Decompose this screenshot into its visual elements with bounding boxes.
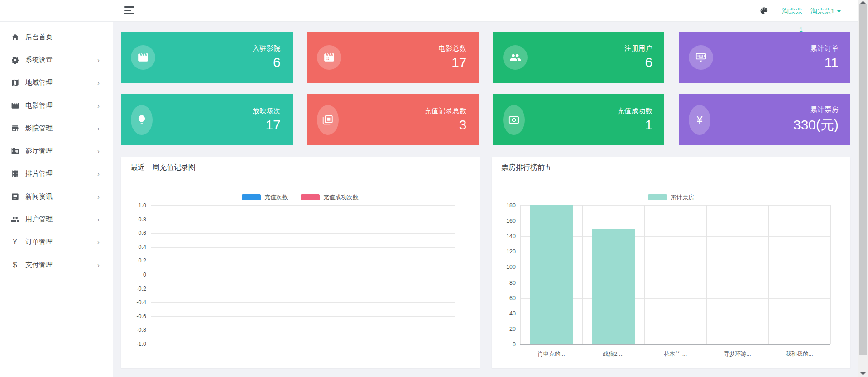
y-axis-label: 80 (494, 280, 516, 286)
y-axis-label: 140 (494, 233, 516, 239)
scroll-up-arrow-icon[interactable] (860, 1, 866, 4)
stat-card-label: 入驻影院 (253, 44, 281, 53)
y-axis-label: 0.4 (125, 244, 146, 250)
gridline (151, 316, 455, 317)
chart-panels: 最近一周充值记录图 充值次数充值成功次数1.00.80.60.40.20-0.2… (121, 157, 850, 368)
movie-icon (131, 45, 155, 70)
sidebar-item-news[interactable]: 新闻资讯 › (0, 185, 113, 208)
sidebar-item-map[interactable]: 地域管理 › (0, 72, 113, 94)
chevron-right-icon: › (97, 262, 100, 268)
x-axis-label: 花木兰 ... (644, 350, 706, 358)
user-menu[interactable]: 淘票票1 (810, 7, 841, 15)
theme-palette-icon[interactable] (759, 6, 768, 15)
users-icon (10, 215, 19, 224)
sidebar-item-label: 系统设置 (25, 56, 53, 64)
yen-icon: ¥ (689, 105, 710, 135)
gridline (151, 261, 455, 261)
users-icon (503, 45, 528, 70)
movie-filter-icon (317, 45, 341, 70)
y-axis-label: -0.4 (125, 299, 146, 305)
sidebar-item-users[interactable]: 用户管理 › (0, 208, 113, 230)
sidebar-item-storefront[interactable]: 影院管理 › (0, 117, 113, 139)
gridline (151, 220, 455, 220)
gridline-vertical (830, 205, 831, 344)
legend-item[interactable]: 累计票房 (648, 193, 694, 201)
panel-header: 最近一周充值记录图 (121, 157, 480, 178)
y-axis-label: 0 (125, 272, 146, 278)
page-scrollbar (858, 0, 868, 377)
x-axis-label: 战狼2 ... (582, 350, 644, 358)
sidebar-item-filmstrip[interactable]: 排片管理 › (0, 162, 113, 185)
sidebar-item-label: 后台首页 (25, 33, 53, 42)
dollar-icon: $ (10, 260, 19, 269)
stat-card-value: 17 (439, 55, 467, 70)
stat-card-label: 注册用户 (624, 44, 652, 53)
chart-legend: 充值次数充值成功次数 (121, 193, 480, 201)
sidebar-item-building[interactable]: 影厅管理 › (0, 139, 113, 162)
sidebar-item-label: 排片管理 (25, 169, 53, 178)
gridline-vertical (582, 205, 583, 344)
stat-card-7: 充值成功数 1 (493, 94, 665, 145)
y-axis-label: 20 (494, 326, 516, 332)
y-axis-label: 0.6 (125, 230, 146, 236)
hamburger-icon (124, 6, 134, 8)
gridline (151, 330, 455, 330)
legend-swatch (301, 194, 320, 200)
stat-card-value: 6 (253, 55, 281, 70)
legend-item[interactable]: 充值次数 (242, 193, 288, 201)
y-axis-label: 160 (494, 218, 516, 224)
stat-card-label: 累计票房 (793, 105, 839, 114)
x-axis-label: 我和我的... (768, 350, 830, 358)
legend-swatch (648, 194, 667, 200)
photos-icon (317, 105, 339, 135)
y-axis-label: 120 (494, 248, 516, 255)
recharge-chart: 充值次数充值成功次数1.00.80.60.40.20-0.2-0.4-0.6-0… (121, 178, 480, 368)
x-axis-label: 肖申克的... (520, 350, 582, 358)
sidebar-item-label: 订单管理 (25, 238, 53, 246)
boxoffice-chart-panel: 票房排行榜前五 累计票房180160140120100806040200肖申克的… (492, 157, 850, 368)
sidebar-item-movie[interactable]: 电影管理 › (0, 94, 113, 117)
gridline (151, 275, 455, 275)
y-axis-label: 40 (494, 310, 516, 317)
sidebar-item-label: 地域管理 (25, 78, 53, 87)
chevron-right-icon: › (97, 102, 100, 109)
gridline-vertical (644, 205, 645, 344)
sidebar-item-dollar[interactable]: $ 支付管理 › (0, 253, 113, 276)
stat-card-3: 注册用户 6 (493, 32, 665, 83)
stat-card-6: 充值记录总数 3 (307, 94, 479, 145)
scrollbar-thumb[interactable] (859, 4, 867, 355)
stat-card-label: 充值记录总数 (425, 107, 467, 115)
y-axis-label: 60 (494, 295, 516, 301)
stat-card-8: ¥ 累计票房 330(元) (679, 94, 850, 145)
filmstrip-icon (10, 169, 19, 178)
stat-card-value: 6 (624, 55, 652, 70)
gridline (151, 233, 455, 234)
lightbulb-icon (131, 105, 153, 135)
x-axis-label: 寻梦环游... (706, 350, 768, 358)
legend-label: 充值成功次数 (323, 193, 359, 201)
y-axis-label: -0.6 (125, 313, 146, 320)
legend-swatch (242, 194, 261, 200)
legend-item[interactable]: 充值成功次数 (301, 193, 359, 201)
storefront-icon (10, 124, 19, 133)
sidebar-item-label: 新闻资讯 (25, 192, 53, 201)
sidebar-item-yen[interactable]: ¥ 订单管理 › (0, 231, 113, 253)
boxoffice-chart: 累计票房180160140120100806040200肖申克的...战狼2 .… (492, 178, 850, 368)
bar (592, 229, 635, 344)
sidebar-item-gear[interactable]: 系统设置 › (0, 48, 113, 71)
user-name: 淘票票1 (810, 7, 834, 15)
chevron-right-icon: › (97, 193, 100, 200)
sidebar-nav: 后台首页 系统设置 › 地域管理 › 电影管理 › 影院管理 › 影厅管理 › … (0, 22, 113, 276)
gridline-vertical (706, 205, 707, 344)
sidebar-toggle-button[interactable] (124, 6, 136, 15)
sidebar: 后台首页 系统设置 › 地域管理 › 电影管理 › 影院管理 › 影厅管理 › … (0, 22, 113, 377)
gridline (151, 344, 455, 344)
gridline-vertical (520, 205, 521, 344)
sidebar-item-home[interactable]: 后台首页 (0, 26, 113, 48)
chevron-right-icon: › (97, 239, 100, 245)
recharge-chart-panel: 最近一周充值记录图 充值次数充值成功次数1.00.80.60.40.20-0.2… (121, 157, 480, 368)
site-link[interactable]: 淘票票 (782, 7, 802, 15)
y-axis-label: 180 (494, 202, 516, 209)
scroll-down-arrow-icon[interactable] (860, 372, 866, 375)
sidebar-item-label: 电影管理 (25, 101, 53, 110)
